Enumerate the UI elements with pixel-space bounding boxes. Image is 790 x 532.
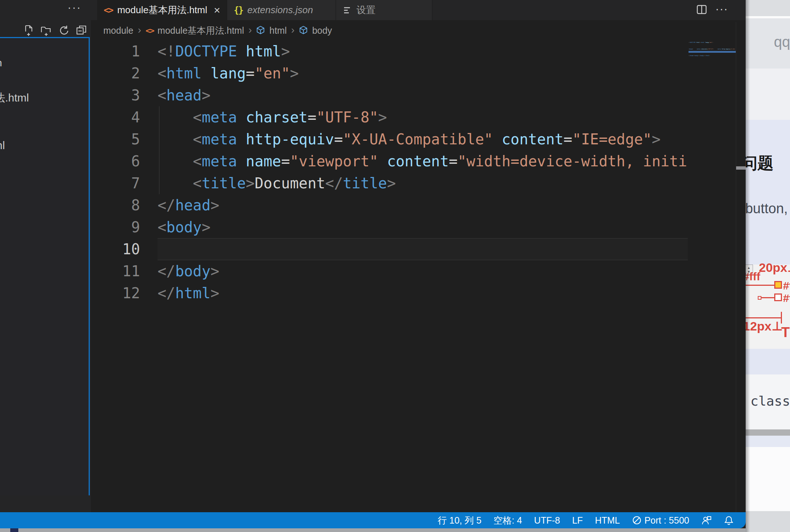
collapse-all-icon[interactable] (75, 24, 88, 37)
scrollbar-thumb[interactable] (736, 166, 746, 170)
refresh-icon[interactable] (57, 24, 70, 37)
symbol-cube-icon (256, 26, 265, 37)
bg-text-qq: qq_ (774, 34, 790, 50)
code-line[interactable]: 5 <meta http-equiv="X-UA-Compatible" con… (91, 128, 688, 150)
file-item-fragment[interactable]: nl (0, 139, 5, 152)
file-item-fragment[interactable]: 法.html (0, 90, 29, 106)
code-line[interactable]: 6 <meta name="viewport" content="width=d… (91, 150, 688, 172)
line-number[interactable]: 8 (91, 194, 158, 216)
indentation-setting[interactable]: 空格: 4 (494, 514, 522, 527)
code-line[interactable]: 3<head> (91, 84, 688, 106)
code-editor[interactable]: 1<!DOCTYPE html>2<html lang="en">3<head>… (91, 40, 688, 311)
new-folder-icon[interactable] (40, 24, 53, 37)
line-number[interactable]: 7 (91, 172, 158, 194)
code-text: <title>Document</title> (158, 172, 688, 194)
sidebar-more-actions-icon[interactable]: ··· (67, 1, 81, 14)
annotation-tee-mark: T (781, 325, 790, 340)
line-number[interactable]: 12 (91, 282, 158, 304)
code-line[interactable]: 8</head> (91, 194, 688, 216)
bg-section (746, 69, 790, 120)
line-number[interactable]: 2 (91, 62, 158, 84)
line-number[interactable]: 6 (91, 150, 158, 172)
breadcrumb-folder[interactable]: module (103, 25, 133, 36)
breadcrumb: module › <> module基本用法.html › html › bod… (91, 20, 746, 41)
annotation-yellow-swatch (774, 281, 782, 289)
breadcrumb-file[interactable]: module基本用法.html (158, 25, 244, 37)
language-mode[interactable]: HTML (595, 515, 620, 526)
settings-icon (343, 5, 357, 15)
tab-label: module基本用法.html (117, 4, 207, 16)
code-line[interactable]: 2<html lang="en"> (91, 62, 688, 84)
code-text: <meta name="viewport" content="width=dev… (158, 150, 688, 172)
breadcrumb-symbol-html[interactable]: html (269, 25, 287, 36)
html-file-icon: <> (145, 26, 154, 35)
annotation-swatch-label: #f (783, 292, 790, 304)
code-line[interactable]: 7 <title>Document</title> (91, 172, 688, 194)
minimap[interactable]: <!DOCTYPE html><html lang="en"><head> <m… (689, 38, 735, 367)
background-window[interactable]: qq_ 问题 `button, class=' ▴▾ 20px⊥ #fff #f… (746, 0, 790, 532)
code-text: </html> (158, 282, 688, 304)
line-number[interactable]: 5 (91, 128, 158, 150)
more-actions-icon[interactable]: ··· (715, 2, 728, 16)
line-number[interactable]: 3 (91, 84, 158, 106)
code-line[interactable]: 11</body> (91, 260, 688, 282)
annotation-measure-line (746, 317, 782, 318)
editor-actions: ··· (696, 0, 728, 20)
chevron-right-icon: › (291, 24, 295, 36)
annotation-color-fff: #fff (746, 270, 760, 283)
code-line[interactable]: 9<body> (91, 216, 688, 238)
line-number[interactable]: 4 (91, 106, 158, 128)
code-line[interactable]: 1<!DOCTYPE html> (91, 40, 688, 62)
explorer-file-tree: n 法.html nl (0, 37, 90, 495)
annotation-swatch-label: #f (783, 280, 790, 292)
bg-heading: 问题 (746, 152, 774, 174)
breadcrumb-symbol-body[interactable]: body (312, 25, 332, 36)
tab-module-html[interactable]: <> module基本用法.html × (97, 0, 227, 20)
code-text (158, 238, 688, 260)
code-line[interactable]: 10 (91, 238, 688, 260)
feedback-icon[interactable] (701, 515, 712, 525)
code-line[interactable]: 4 <meta charset="UTF-8"> (91, 106, 688, 128)
code-lines: 1<!DOCTYPE html>2<html lang="en">3<head>… (91, 40, 688, 304)
json-file-icon: {} (234, 5, 243, 15)
code-line[interactable]: 12</html> (91, 282, 688, 304)
file-item-fragment[interactable]: n (0, 57, 2, 69)
bg-section (746, 511, 790, 532)
window-bottom-chip (10, 528, 18, 532)
code-text: <meta http-equiv="X-UA-Compatible" conte… (158, 128, 688, 150)
line-number[interactable]: 11 (91, 260, 158, 282)
cursor-position[interactable]: 行 10, 列 5 (438, 514, 481, 527)
notifications-bell-icon[interactable] (724, 515, 734, 525)
encoding-setting[interactable]: UTF-8 (534, 515, 560, 526)
symbol-cube-icon (299, 26, 308, 37)
minimap-code: <!DOCTYPE html><html lang="en"><head> <m… (689, 38, 735, 58)
code-text: <body> (158, 216, 688, 238)
bg-section (746, 447, 790, 511)
chevron-right-icon: › (248, 24, 252, 36)
code-text: </head> (158, 194, 688, 216)
annotation-callout-line (746, 285, 774, 286)
code-text: <meta charset="UTF-8"> (158, 106, 688, 128)
annotation-measure-top: 20px⊥ (759, 260, 790, 275)
tab-settings[interactable]: 设置 (336, 0, 432, 20)
chevron-right-icon: › (138, 24, 141, 36)
bg-section (746, 120, 790, 265)
code-text: <html lang="en"> (158, 62, 688, 84)
code-text: </body> (158, 260, 688, 282)
tab-extensions-json[interactable]: {} extensions.json (227, 0, 336, 20)
live-server-port[interactable]: Port : 5500 (632, 515, 689, 526)
bg-section (746, 349, 790, 374)
close-icon[interactable]: × (214, 5, 220, 16)
status-bar: 行 10, 列 5 空格: 4 UTF-8 LF HTML Port : 550… (0, 512, 746, 528)
bg-section (746, 436, 790, 447)
new-file-icon[interactable] (22, 24, 35, 37)
eol-setting[interactable]: LF (572, 515, 583, 526)
indent-guide (159, 106, 159, 194)
line-number[interactable]: 9 (91, 216, 158, 238)
tab-strip: <> module基本用法.html × {} extensions.json (97, 0, 432, 20)
annotation-white-swatch (774, 293, 782, 301)
split-editor-icon[interactable] (696, 4, 707, 16)
code-text: <head> (158, 84, 688, 106)
line-number[interactable]: 10 (91, 238, 158, 260)
line-number[interactable]: 1 (91, 40, 158, 62)
